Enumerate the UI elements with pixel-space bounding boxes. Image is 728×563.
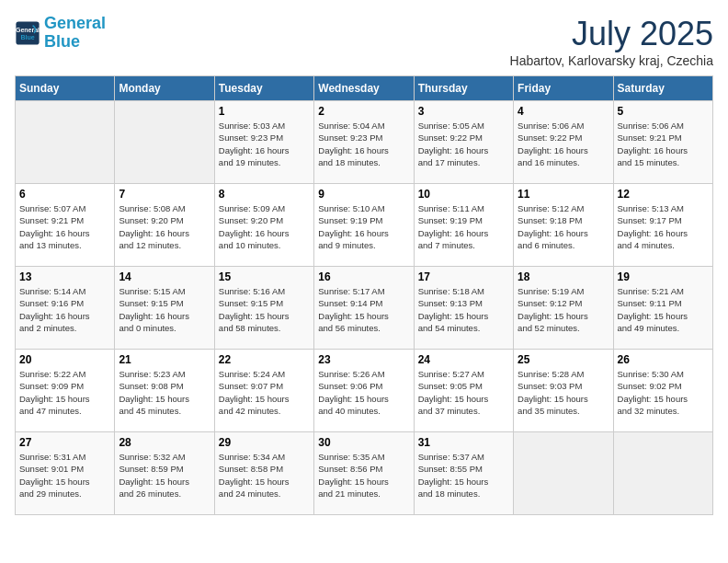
day-detail: Sunrise: 5:21 AM Sunset: 9:11 PM Dayligh… <box>618 285 709 334</box>
day-detail: Sunrise: 5:27 AM Sunset: 9:05 PM Dayligh… <box>418 368 509 417</box>
calendar-day-cell: 3Sunrise: 5:05 AM Sunset: 9:22 PM Daylig… <box>414 101 513 184</box>
weekday-header-cell: Saturday <box>613 76 712 101</box>
day-detail: Sunrise: 5:18 AM Sunset: 9:13 PM Dayligh… <box>418 285 509 334</box>
day-detail: Sunrise: 5:19 AM Sunset: 9:12 PM Dayligh… <box>518 285 609 334</box>
calendar-week-row: 1Sunrise: 5:03 AM Sunset: 9:23 PM Daylig… <box>16 101 713 184</box>
day-number: 17 <box>418 270 509 283</box>
day-number: 6 <box>19 188 110 201</box>
calendar-week-row: 6Sunrise: 5:07 AM Sunset: 9:21 PM Daylig… <box>16 184 713 267</box>
calendar-day-cell: 31Sunrise: 5:37 AM Sunset: 8:55 PM Dayli… <box>414 432 513 515</box>
calendar-day-cell: 15Sunrise: 5:16 AM Sunset: 9:15 PM Dayli… <box>214 267 313 350</box>
weekday-header-cell: Friday <box>514 76 613 101</box>
calendar-day-cell <box>115 101 214 184</box>
day-detail: Sunrise: 5:15 AM Sunset: 9:15 PM Dayligh… <box>119 285 210 334</box>
calendar-day-cell: 10Sunrise: 5:11 AM Sunset: 9:19 PM Dayli… <box>414 184 513 267</box>
weekday-header-cell: Tuesday <box>214 76 313 101</box>
day-detail: Sunrise: 5:30 AM Sunset: 9:02 PM Dayligh… <box>618 368 709 417</box>
day-number: 23 <box>318 353 409 366</box>
day-number: 3 <box>418 105 509 118</box>
calendar-day-cell: 18Sunrise: 5:19 AM Sunset: 9:12 PM Dayli… <box>514 267 613 350</box>
day-detail: Sunrise: 5:07 AM Sunset: 9:21 PM Dayligh… <box>19 202 110 251</box>
day-detail: Sunrise: 5:08 AM Sunset: 9:20 PM Dayligh… <box>119 202 210 251</box>
day-detail: Sunrise: 5:37 AM Sunset: 8:55 PM Dayligh… <box>418 451 509 500</box>
day-detail: Sunrise: 5:16 AM Sunset: 9:15 PM Dayligh… <box>219 285 310 334</box>
day-number: 13 <box>19 270 110 283</box>
calendar-day-cell: 30Sunrise: 5:35 AM Sunset: 8:56 PM Dayli… <box>314 432 414 515</box>
day-number: 28 <box>119 436 210 449</box>
calendar-week-row: 13Sunrise: 5:14 AM Sunset: 9:16 PM Dayli… <box>16 267 713 350</box>
day-detail: Sunrise: 5:35 AM Sunset: 8:56 PM Dayligh… <box>318 451 409 500</box>
weekday-header-cell: Monday <box>115 76 214 101</box>
calendar-day-cell: 20Sunrise: 5:22 AM Sunset: 9:09 PM Dayli… <box>16 350 115 432</box>
day-number: 26 <box>618 353 709 366</box>
calendar-day-cell: 26Sunrise: 5:30 AM Sunset: 9:02 PM Dayli… <box>613 350 712 432</box>
calendar-day-cell <box>613 432 712 515</box>
day-detail: Sunrise: 5:24 AM Sunset: 9:07 PM Dayligh… <box>219 368 310 417</box>
day-number: 7 <box>119 188 210 201</box>
calendar-day-cell <box>16 101 115 184</box>
logo: General Blue GeneralBlue <box>15 15 106 52</box>
day-number: 22 <box>219 353 310 366</box>
calendar-week-row: 27Sunrise: 5:31 AM Sunset: 9:01 PM Dayli… <box>16 432 713 515</box>
calendar-day-cell: 6Sunrise: 5:07 AM Sunset: 9:21 PM Daylig… <box>16 184 115 267</box>
day-number: 31 <box>418 436 509 449</box>
day-detail: Sunrise: 5:17 AM Sunset: 9:14 PM Dayligh… <box>318 285 409 334</box>
calendar-day-cell: 16Sunrise: 5:17 AM Sunset: 9:14 PM Dayli… <box>314 267 414 350</box>
day-detail: Sunrise: 5:09 AM Sunset: 9:20 PM Dayligh… <box>219 202 310 251</box>
title-area: July 2025 Habartov, Karlovarsky kraj, Cz… <box>510 15 713 68</box>
weekday-header-cell: Sunday <box>16 76 115 101</box>
day-number: 1 <box>219 105 310 118</box>
day-number: 4 <box>518 105 609 118</box>
calendar-body: 1Sunrise: 5:03 AM Sunset: 9:23 PM Daylig… <box>16 101 713 515</box>
location-subtitle: Habartov, Karlovarsky kraj, Czechia <box>510 53 713 68</box>
day-number: 27 <box>19 436 110 449</box>
calendar-day-cell: 2Sunrise: 5:04 AM Sunset: 9:23 PM Daylig… <box>314 101 414 184</box>
day-number: 10 <box>418 188 509 201</box>
day-number: 25 <box>518 353 609 366</box>
day-number: 5 <box>618 105 709 118</box>
day-number: 11 <box>518 188 609 201</box>
calendar-day-cell: 22Sunrise: 5:24 AM Sunset: 9:07 PM Dayli… <box>214 350 313 432</box>
day-detail: Sunrise: 5:28 AM Sunset: 9:03 PM Dayligh… <box>518 368 609 417</box>
svg-rect-0 <box>16 21 39 44</box>
day-detail: Sunrise: 5:14 AM Sunset: 9:16 PM Dayligh… <box>19 285 110 334</box>
calendar-day-cell: 12Sunrise: 5:13 AM Sunset: 9:17 PM Dayli… <box>613 184 712 267</box>
day-detail: Sunrise: 5:10 AM Sunset: 9:19 PM Dayligh… <box>318 202 409 251</box>
weekday-header-row: SundayMondayTuesdayWednesdayThursdayFrid… <box>16 76 713 101</box>
day-detail: Sunrise: 5:05 AM Sunset: 9:22 PM Dayligh… <box>418 120 509 168</box>
day-detail: Sunrise: 5:26 AM Sunset: 9:06 PM Dayligh… <box>318 368 409 417</box>
day-number: 21 <box>119 353 210 366</box>
day-number: 16 <box>318 270 409 283</box>
day-number: 14 <box>119 270 210 283</box>
calendar-day-cell: 13Sunrise: 5:14 AM Sunset: 9:16 PM Dayli… <box>16 267 115 350</box>
day-number: 19 <box>618 270 709 283</box>
page-header: General Blue GeneralBlue July 2025 Habar… <box>15 15 713 68</box>
calendar-day-cell: 5Sunrise: 5:06 AM Sunset: 9:21 PM Daylig… <box>613 101 712 184</box>
weekday-header-cell: Thursday <box>414 76 513 101</box>
day-number: 18 <box>518 270 609 283</box>
calendar-day-cell: 21Sunrise: 5:23 AM Sunset: 9:08 PM Dayli… <box>115 350 214 432</box>
calendar-day-cell: 28Sunrise: 5:32 AM Sunset: 8:59 PM Dayli… <box>115 432 214 515</box>
day-detail: Sunrise: 5:12 AM Sunset: 9:18 PM Dayligh… <box>518 202 609 251</box>
day-number: 29 <box>219 436 310 449</box>
day-detail: Sunrise: 5:34 AM Sunset: 8:58 PM Dayligh… <box>219 451 310 500</box>
day-number: 24 <box>418 353 509 366</box>
logo-icon: General Blue <box>15 20 40 46</box>
day-detail: Sunrise: 5:06 AM Sunset: 9:21 PM Dayligh… <box>618 120 709 168</box>
calendar-day-cell: 1Sunrise: 5:03 AM Sunset: 9:23 PM Daylig… <box>214 101 313 184</box>
day-number: 30 <box>318 436 409 449</box>
calendar-table: SundayMondayTuesdayWednesdayThursdayFrid… <box>15 75 713 515</box>
calendar-day-cell: 14Sunrise: 5:15 AM Sunset: 9:15 PM Dayli… <box>115 267 214 350</box>
calendar-day-cell: 19Sunrise: 5:21 AM Sunset: 9:11 PM Dayli… <box>613 267 712 350</box>
calendar-day-cell: 8Sunrise: 5:09 AM Sunset: 9:20 PM Daylig… <box>214 184 313 267</box>
calendar-day-cell <box>514 432 613 515</box>
calendar-day-cell: 7Sunrise: 5:08 AM Sunset: 9:20 PM Daylig… <box>115 184 214 267</box>
calendar-day-cell: 29Sunrise: 5:34 AM Sunset: 8:58 PM Dayli… <box>214 432 313 515</box>
day-detail: Sunrise: 5:03 AM Sunset: 9:23 PM Dayligh… <box>219 120 310 168</box>
day-detail: Sunrise: 5:22 AM Sunset: 9:09 PM Dayligh… <box>19 368 110 417</box>
day-number: 20 <box>19 353 110 366</box>
calendar-day-cell: 23Sunrise: 5:26 AM Sunset: 9:06 PM Dayli… <box>314 350 414 432</box>
day-number: 12 <box>618 188 709 201</box>
day-detail: Sunrise: 5:23 AM Sunset: 9:08 PM Dayligh… <box>119 368 210 417</box>
calendar-day-cell: 25Sunrise: 5:28 AM Sunset: 9:03 PM Dayli… <box>514 350 613 432</box>
